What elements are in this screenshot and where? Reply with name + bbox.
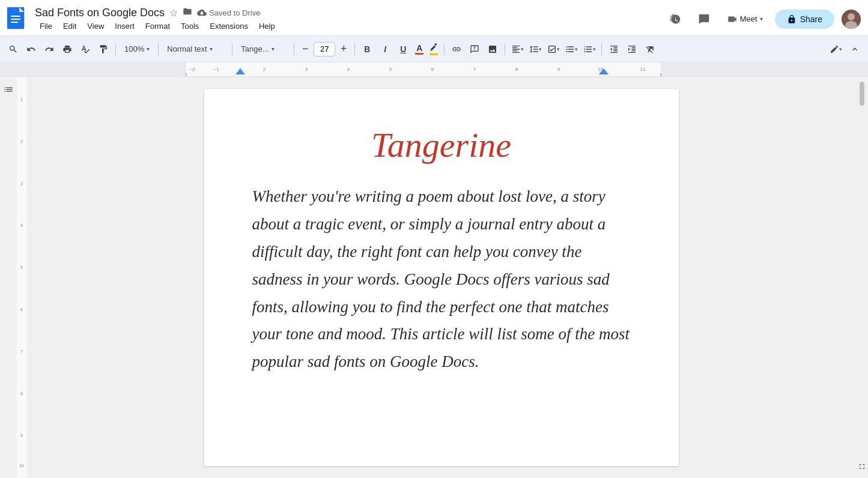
svg-text:4: 4 bbox=[347, 67, 350, 72]
add-comment-button[interactable] bbox=[466, 41, 483, 58]
highlight-bar bbox=[429, 53, 438, 55]
svg-text:3: 3 bbox=[305, 67, 308, 72]
checklist-button[interactable]: ▾ bbox=[545, 41, 562, 58]
svg-text:2: 2 bbox=[20, 139, 23, 144]
menu-tools[interactable]: Tools bbox=[176, 20, 204, 32]
meet-button[interactable]: Meet ▾ bbox=[722, 11, 768, 27]
line-spacing-button[interactable]: ▾ bbox=[527, 41, 544, 58]
toolbar-right: ▾ bbox=[827, 41, 863, 58]
svg-text:8: 8 bbox=[20, 392, 23, 396]
share-button[interactable]: Share bbox=[775, 10, 834, 29]
font-size-increase-button[interactable]: + bbox=[336, 42, 351, 56]
menu-file[interactable]: File bbox=[35, 20, 57, 32]
bullet-list-button[interactable]: ▾ bbox=[563, 41, 580, 58]
bold-button[interactable]: B bbox=[359, 41, 375, 58]
clear-format-button[interactable] bbox=[642, 41, 658, 58]
italic-button[interactable]: I bbox=[377, 41, 393, 58]
separator-6 bbox=[444, 43, 445, 55]
text-style-dropdown[interactable]: Normal text ▾ bbox=[162, 42, 228, 56]
ruler: −2 −1 1 2 3 4 5 6 7 8 9 10 11 bbox=[0, 62, 868, 77]
edit-pencil-button[interactable]: ▾ bbox=[827, 41, 844, 58]
document-heading[interactable]: Tangerine bbox=[252, 125, 631, 165]
separator-7 bbox=[505, 43, 505, 55]
svg-text:4: 4 bbox=[20, 223, 23, 228]
svg-text:8: 8 bbox=[515, 67, 518, 72]
indent-increase-button[interactable] bbox=[624, 41, 640, 58]
scroll-handle[interactable] bbox=[860, 82, 864, 106]
menu-format[interactable]: Format bbox=[141, 20, 175, 32]
title-bar: Sad Fonts on Google Docs ☆ Saved to Driv… bbox=[0, 0, 868, 36]
menu-help[interactable]: Help bbox=[254, 20, 280, 32]
main-area: 1 2 3 4 5 6 7 8 9 10 11 Tangerine Whethe… bbox=[0, 77, 868, 478]
underline-button[interactable]: U bbox=[395, 41, 411, 58]
svg-text:5: 5 bbox=[389, 67, 392, 72]
svg-text:−2: −2 bbox=[189, 67, 195, 72]
font-size-decrease-button[interactable]: − bbox=[298, 42, 312, 56]
search-button[interactable] bbox=[5, 41, 22, 58]
header-right: Meet ▾ Share bbox=[664, 8, 861, 30]
menu-view[interactable]: View bbox=[82, 20, 109, 32]
font-dropdown[interactable]: Tange... ▾ bbox=[236, 42, 290, 56]
expand-view-button[interactable] bbox=[858, 462, 866, 478]
comment-button[interactable] bbox=[693, 8, 715, 30]
separator-2 bbox=[158, 43, 159, 55]
zoom-dropdown[interactable]: 100% ▾ bbox=[120, 42, 154, 56]
svg-text:9: 9 bbox=[20, 434, 23, 438]
svg-rect-10 bbox=[0, 62, 186, 76]
svg-text:7: 7 bbox=[20, 349, 23, 354]
menu-edit[interactable]: Edit bbox=[58, 20, 81, 32]
avatar[interactable] bbox=[842, 10, 861, 29]
svg-rect-3 bbox=[11, 16, 20, 17]
toolbar: 100% ▾ Normal text ▾ Tange... ▾ − + B I … bbox=[0, 36, 868, 62]
expand-button[interactable] bbox=[846, 41, 863, 58]
separator-4 bbox=[294, 43, 294, 55]
title-area: Sad Fonts on Google Docs ☆ Saved to Driv… bbox=[35, 7, 664, 32]
text-color-button[interactable]: A bbox=[413, 43, 426, 56]
menu-insert[interactable]: Insert bbox=[110, 20, 139, 32]
svg-text:11: 11 bbox=[640, 67, 646, 72]
left-sidebar bbox=[0, 77, 17, 478]
align-button[interactable]: ▾ bbox=[509, 41, 526, 58]
indent-decrease-button[interactable] bbox=[605, 41, 622, 58]
print-button[interactable] bbox=[59, 41, 76, 58]
document-body[interactable]: Whether you're writing a poem about lost… bbox=[252, 183, 631, 376]
document-area[interactable]: Tangerine Whether you're writing a poem … bbox=[26, 77, 856, 478]
highlight-button[interactable] bbox=[427, 42, 440, 56]
svg-rect-11 bbox=[661, 62, 868, 76]
separator-5 bbox=[354, 43, 355, 55]
star-icon[interactable]: ☆ bbox=[169, 7, 178, 19]
svg-text:1: 1 bbox=[20, 97, 23, 101]
svg-text:3: 3 bbox=[20, 181, 23, 186]
svg-text:−1: −1 bbox=[213, 67, 219, 72]
redo-button[interactable] bbox=[41, 41, 58, 58]
cloud-status: Saved to Drive bbox=[197, 8, 260, 17]
spellcheck-button[interactable] bbox=[77, 41, 94, 58]
separator-3 bbox=[232, 43, 232, 55]
page: Tangerine Whether you're writing a poem … bbox=[204, 89, 679, 466]
separator-8 bbox=[601, 43, 602, 55]
separator-1 bbox=[115, 43, 116, 55]
numbered-list-button[interactable]: ▾ bbox=[581, 41, 598, 58]
menu-extensions[interactable]: Extensions bbox=[205, 20, 253, 32]
text-color-a-label: A bbox=[416, 44, 422, 52]
outline-toggle-button[interactable] bbox=[3, 84, 14, 97]
font-size-input[interactable] bbox=[314, 42, 335, 56]
text-color-bar bbox=[415, 53, 423, 55]
google-docs-icon[interactable] bbox=[7, 7, 29, 31]
ruler-svg: −2 −1 1 2 3 4 5 6 7 8 9 10 11 bbox=[0, 62, 868, 76]
svg-text:5: 5 bbox=[20, 265, 23, 270]
document-title[interactable]: Sad Fonts on Google Docs bbox=[35, 7, 165, 19]
folder-icon[interactable] bbox=[183, 7, 192, 19]
svg-text:10: 10 bbox=[19, 464, 24, 468]
insert-image-button[interactable] bbox=[484, 41, 501, 58]
link-button[interactable] bbox=[448, 41, 465, 58]
paint-format-button[interactable] bbox=[95, 41, 112, 58]
svg-rect-27 bbox=[17, 77, 26, 478]
left-ruler: 1 2 3 4 5 6 7 8 9 10 11 bbox=[17, 77, 26, 478]
history-button[interactable] bbox=[664, 8, 686, 30]
svg-rect-5 bbox=[11, 22, 18, 23]
highlight-pen-icon bbox=[429, 43, 438, 53]
menu-bar: File Edit View Insert Format Tools Exten… bbox=[35, 20, 664, 32]
title-row: Sad Fonts on Google Docs ☆ Saved to Driv… bbox=[35, 7, 664, 19]
undo-button[interactable] bbox=[23, 41, 40, 58]
